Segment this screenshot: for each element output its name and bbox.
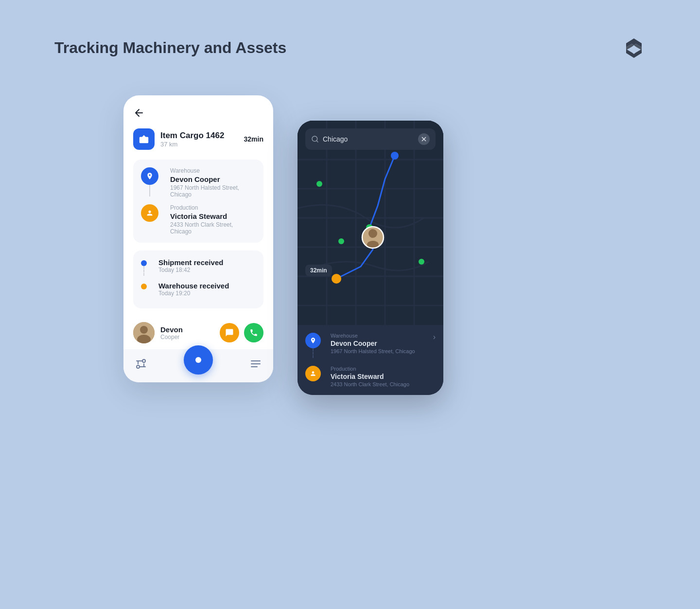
status-shipment: Shipment received Today 18:42 bbox=[141, 258, 256, 278]
dest-warehouse-name: Devon Cooper bbox=[331, 340, 433, 347]
map-dot-3 bbox=[419, 259, 424, 265]
shipment-time: Today 18:42 bbox=[158, 267, 223, 273]
warehouse-label: Warehouse bbox=[170, 167, 256, 174]
search-close-button[interactable] bbox=[418, 133, 430, 145]
search-bar[interactable]: Chicago bbox=[305, 128, 436, 150]
menu-icon[interactable] bbox=[250, 358, 262, 372]
warehouse-address: 1967 North Halsted Street, Chicago bbox=[170, 184, 256, 198]
map-avatar-head bbox=[368, 229, 377, 238]
production-address: 2433 North Clark Street, Chicago bbox=[170, 221, 256, 235]
svg-rect-9 bbox=[298, 121, 443, 325]
status-card: Shipment received Today 18:42 Warehouse … bbox=[133, 251, 263, 308]
map-dot-1 bbox=[316, 181, 322, 187]
message-button[interactable] bbox=[220, 323, 239, 342]
dest-production: Production Victoria Steward 2433 North C… bbox=[305, 366, 436, 387]
phone-button[interactable] bbox=[244, 323, 263, 342]
map-area: Chicago bbox=[298, 121, 443, 325]
contact-actions bbox=[220, 323, 263, 342]
routes-icon[interactable] bbox=[135, 358, 147, 372]
dest-warehouse-address: 1967 North Halsted Street, Chicago bbox=[331, 348, 433, 354]
right-phone-card: Chicago bbox=[298, 121, 443, 395]
page-title: Tracking Machinery and Assets bbox=[54, 39, 286, 57]
production-label: Production bbox=[170, 204, 256, 211]
cargo-icon bbox=[133, 128, 155, 150]
route-start-dot bbox=[391, 152, 399, 160]
dest-production-name: Victoria Steward bbox=[331, 373, 436, 380]
warehouse-name: Devon Cooper bbox=[170, 175, 256, 183]
destination-info: Warehouse Devon Cooper 1967 North Halste… bbox=[298, 325, 443, 395]
bottom-nav bbox=[123, 349, 273, 382]
cargo-name: Item Cargo 1462 bbox=[160, 131, 244, 141]
cargo-distance: 37 km bbox=[160, 141, 244, 148]
center-nav-button[interactable] bbox=[184, 345, 213, 375]
dest-production-address: 2433 North Clark Street, Chicago bbox=[331, 381, 436, 387]
dest-production-icon bbox=[305, 366, 321, 381]
dest-arrow[interactable]: › bbox=[433, 333, 436, 341]
map-svg bbox=[298, 121, 443, 325]
production-name: Victoria Steward bbox=[170, 212, 256, 220]
dest-production-label: Production bbox=[331, 366, 436, 372]
cargo-time: 32min bbox=[244, 135, 263, 143]
cargo-info: Item Cargo 1462 37 km bbox=[160, 131, 244, 148]
avatar bbox=[133, 322, 155, 343]
dest-warehouse-icon bbox=[305, 333, 321, 348]
contact-role: Cooper bbox=[160, 334, 183, 340]
locations-card: Warehouse Devon Cooper 1967 North Halste… bbox=[133, 160, 263, 243]
dest-warehouse-label: Warehouse bbox=[331, 333, 433, 339]
status-dot-blue bbox=[141, 260, 147, 266]
route-end-dot bbox=[332, 274, 341, 284]
location-warehouse: Warehouse Devon Cooper 1967 North Halste… bbox=[141, 167, 256, 198]
search-input[interactable]: Chicago bbox=[323, 135, 418, 143]
warehouse-icon bbox=[141, 167, 158, 185]
left-phone-card: Item Cargo 1462 37 km 32min Warehouse bbox=[123, 95, 273, 382]
warehouse-received-time: Today 19:20 bbox=[158, 290, 229, 297]
status-warehouse: Warehouse received Today 19:20 bbox=[141, 282, 256, 297]
cargo-header: Item Cargo 1462 37 km 32min bbox=[133, 128, 263, 150]
logo-icon bbox=[622, 36, 646, 60]
dest-warehouse: Warehouse Devon Cooper 1967 North Halste… bbox=[305, 333, 436, 360]
contact-info: Devon Cooper bbox=[160, 325, 183, 340]
svg-point-1 bbox=[140, 326, 148, 334]
production-icon bbox=[141, 204, 158, 222]
eta-badge: 32min bbox=[305, 265, 332, 276]
location-production: Production Victoria Steward 2433 North C… bbox=[141, 204, 256, 235]
warehouse-received-title: Warehouse received bbox=[158, 282, 229, 290]
shipment-title: Shipment received bbox=[158, 258, 223, 267]
contact-row: Devon Cooper bbox=[123, 316, 273, 349]
map-dot-2 bbox=[338, 238, 344, 244]
back-button[interactable] bbox=[133, 107, 145, 121]
contact-name: Devon bbox=[160, 325, 183, 334]
status-dot-orange bbox=[141, 284, 147, 289]
